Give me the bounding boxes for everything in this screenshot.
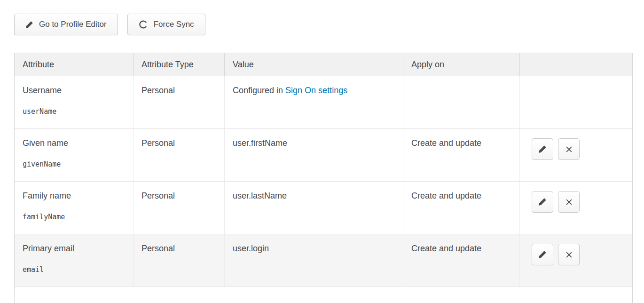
attribute-variable: userName — [23, 107, 125, 116]
sign-on-settings-link[interactable]: Sign On settings — [285, 86, 347, 95]
pencil-icon — [25, 21, 33, 29]
attribute-type-cell: Personal — [134, 234, 225, 287]
x-icon — [565, 145, 573, 153]
refresh-icon — [139, 20, 148, 29]
attribute-type-cell: Personal — [134, 76, 225, 129]
apply-on-cell: Create and update — [403, 182, 520, 234]
attribute-type-cell: Personal — [134, 182, 225, 234]
x-icon — [565, 251, 573, 259]
actions-cell — [520, 182, 632, 234]
actions-cell — [520, 234, 632, 287]
table-row-family-name: Family name familyName Personal user.las… — [15, 182, 632, 234]
attribute-mapping-table: Attribute Attribute Type Value Apply on … — [14, 53, 633, 303]
row-actions — [532, 191, 625, 213]
attribute-label: Username — [23, 86, 125, 96]
x-icon — [565, 198, 573, 206]
attribute-cell: Given name givenName — [15, 129, 134, 182]
actions-cell — [520, 129, 632, 182]
edit-mapping-button[interactable] — [532, 191, 553, 213]
attribute-label: Primary email — [23, 244, 125, 254]
go-to-profile-editor-label: Go to Profile Editor — [39, 20, 107, 29]
attribute-cell: Primary email email — [15, 234, 134, 287]
attribute-label: Given name — [23, 138, 125, 148]
column-header-attribute: Attribute — [15, 53, 134, 76]
value-cell: user.lastName — [225, 182, 403, 234]
value-cell: user.firstName — [225, 129, 403, 182]
table-header-row: Attribute Attribute Type Value Apply on — [15, 53, 632, 76]
attribute-variable: givenName — [23, 160, 125, 168]
pencil-icon — [538, 145, 547, 153]
attribute-mappings-panel: Go to Profile Editor Force Sync Attribut… — [0, 0, 644, 303]
value-text: Configured in — [233, 86, 285, 95]
edit-mapping-button[interactable] — [532, 244, 553, 265]
apply-on-cell — [403, 76, 520, 129]
column-header-value: Value — [225, 53, 403, 76]
toolbar: Go to Profile Editor Force Sync — [14, 14, 632, 35]
attribute-variable: familyName — [23, 213, 125, 221]
column-header-apply-on: Apply on — [403, 53, 520, 76]
attribute-cell: Family name familyName — [15, 182, 134, 234]
pencil-icon — [538, 250, 547, 259]
attribute-variable: email — [23, 265, 125, 274]
edit-mapping-button[interactable] — [532, 138, 553, 160]
apply-on-cell: Create and update — [403, 234, 520, 287]
row-actions — [532, 244, 625, 265]
actions-cell — [520, 76, 632, 129]
attribute-type-cell: Personal — [134, 129, 225, 182]
empty-cell — [15, 287, 632, 303]
table-row-username: Username userName Personal Configured in… — [15, 76, 632, 129]
value-cell: Configured in Sign On settings — [225, 76, 403, 129]
force-sync-label: Force Sync — [154, 20, 194, 29]
go-to-profile-editor-button[interactable]: Go to Profile Editor — [14, 14, 118, 35]
table-row-primary-email: Primary email email Personal user.login … — [15, 234, 632, 287]
table-row-empty — [15, 287, 632, 303]
force-sync-button[interactable]: Force Sync — [127, 14, 205, 35]
table-row-given-name: Given name givenName Personal user.first… — [15, 129, 632, 182]
value-cell: user.login — [225, 234, 403, 287]
column-header-actions — [520, 53, 632, 76]
delete-mapping-button[interactable] — [558, 191, 580, 213]
attribute-cell: Username userName — [15, 76, 134, 129]
delete-mapping-button[interactable] — [558, 138, 580, 160]
attribute-label: Family name — [23, 191, 125, 201]
delete-mapping-button[interactable] — [558, 244, 580, 265]
column-header-attribute-type: Attribute Type — [134, 53, 225, 76]
apply-on-cell: Create and update — [403, 129, 520, 182]
row-actions — [532, 138, 625, 160]
pencil-icon — [538, 198, 547, 206]
